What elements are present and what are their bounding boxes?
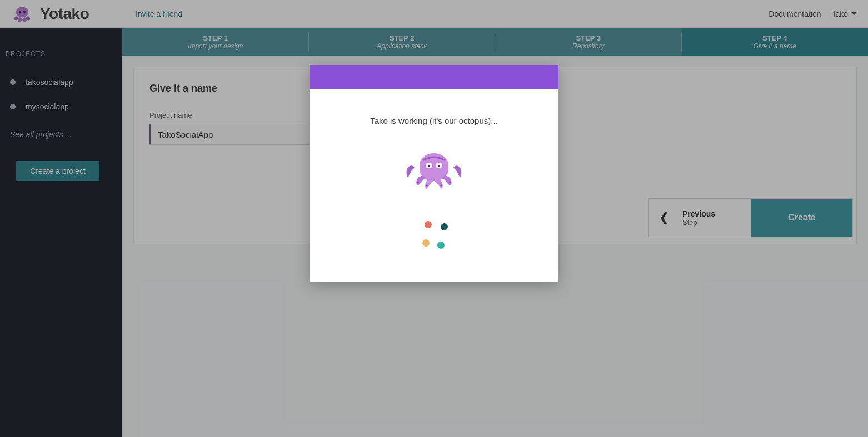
svg-point-9 [449, 181, 451, 183]
loading-modal: Tako is working (it's our octopus)... [310, 65, 558, 282]
svg-point-6 [428, 165, 430, 167]
modal-body: Tako is working (it's our octopus)... [310, 89, 558, 282]
loading-spinner-icon [420, 221, 448, 249]
svg-point-7 [438, 165, 440, 167]
octopus-mascot-icon [398, 141, 470, 197]
modal-message: Tako is working (it's our octopus)... [321, 116, 547, 125]
svg-point-10 [426, 184, 427, 186]
svg-point-11 [440, 184, 442, 186]
svg-point-8 [417, 181, 418, 183]
modal-header [310, 65, 558, 89]
